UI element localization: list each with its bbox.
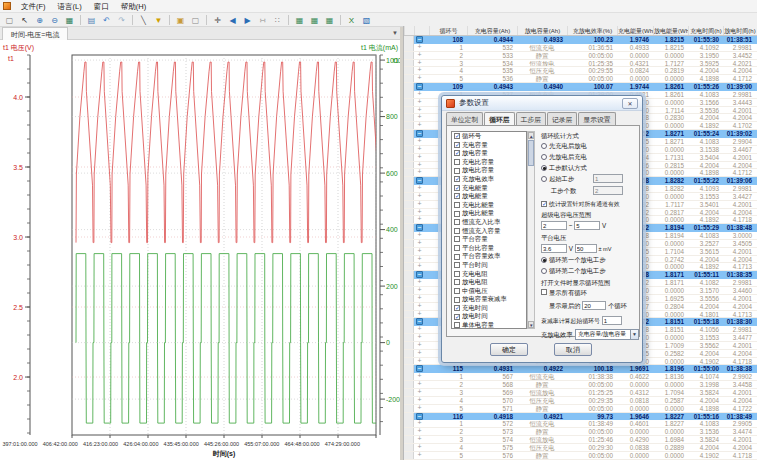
- expand-cell[interactable]: +: [414, 193, 429, 200]
- expand-icon[interactable]: +: [416, 75, 423, 82]
- table-row[interactable]: +1572恒流充电01:38:490.46011.82274.10832.990…: [404, 420, 757, 428]
- expand-cell[interactable]: +: [414, 248, 429, 255]
- expand-icon[interactable]: +: [416, 334, 423, 341]
- expand-cell[interactable]: +: [414, 216, 429, 223]
- table-row[interactable]: +2573静置00:05:000.00000.00003.15363.4474: [404, 428, 757, 436]
- item-checkbox[interactable]: [454, 228, 460, 234]
- expand-icon[interactable]: +: [416, 154, 423, 161]
- expand-icon[interactable]: +: [416, 248, 423, 255]
- expand-icon[interactable]: +: [416, 201, 423, 208]
- expand-icon[interactable]: +: [416, 52, 423, 59]
- expand-icon[interactable]: +: [416, 389, 423, 396]
- expand-cell[interactable]: +: [414, 326, 429, 333]
- expand-icon[interactable]: +: [416, 44, 423, 51]
- expand-icon[interactable]: +: [416, 295, 423, 302]
- collapse-icon[interactable]: ‒: [416, 177, 423, 184]
- compress-x-icon[interactable]: ∺: [256, 14, 269, 26]
- checklist-item[interactable]: ✓放电能量: [452, 192, 526, 201]
- expand-icon[interactable]: +: [416, 232, 423, 239]
- copy-icon[interactable]: ▢: [189, 14, 202, 26]
- item-checkbox[interactable]: ✓: [454, 133, 460, 139]
- expand-icon[interactable]: +: [416, 99, 423, 106]
- start-step-input[interactable]: [593, 174, 623, 183]
- collapse-icon[interactable]: ‒: [416, 130, 423, 137]
- checklist-item[interactable]: 放电比能量: [452, 209, 526, 218]
- filter-icon[interactable]: ▼: [152, 14, 165, 26]
- table-row[interactable]: +4570恒压充电00:29:350.08180.25874.20044.200…: [404, 397, 757, 405]
- expand-cell[interactable]: ‒: [414, 413, 429, 421]
- expand-cell[interactable]: ‒: [414, 83, 429, 91]
- open-folder-icon[interactable]: ▣: [174, 14, 187, 26]
- expand-icon[interactable]: +: [416, 263, 423, 270]
- expand-cell[interactable]: ‒: [414, 177, 429, 185]
- radio-option[interactable]: 循环第二个放电工步: [541, 267, 606, 276]
- platform-voltage-input[interactable]: [541, 244, 567, 253]
- draw-line-icon[interactable]: ╲: [137, 14, 150, 26]
- show-all-checkbox[interactable]: [541, 289, 547, 295]
- radio-icon[interactable]: [541, 143, 547, 149]
- expand-cell[interactable]: +: [414, 428, 429, 435]
- expand-cell[interactable]: +: [414, 67, 429, 74]
- checklist-item[interactable]: 放电电阻: [452, 278, 526, 287]
- table-row[interactable]: +3569恒流放电01:25:250.43121.70943.58244.200…: [404, 389, 757, 397]
- scroll-up-icon[interactable]: ▲: [528, 132, 534, 139]
- expand-icon[interactable]: +: [416, 303, 423, 310]
- expand-cell[interactable]: ‒: [414, 130, 429, 138]
- expand-icon[interactable]: +: [416, 216, 423, 223]
- checklist-item[interactable]: ✓充电能量: [452, 184, 526, 193]
- item-checkbox[interactable]: [454, 245, 460, 251]
- expand-icon[interactable]: +: [416, 452, 423, 459]
- expand-icon[interactable]: +: [416, 350, 423, 357]
- collapse-icon[interactable]: ‒: [416, 224, 423, 231]
- show-last-input[interactable]: [582, 301, 606, 310]
- expand-cell[interactable]: +: [414, 303, 429, 310]
- marker-icon[interactable]: ✛: [211, 14, 224, 26]
- expand-icon[interactable]: +: [416, 397, 423, 404]
- item-checkbox[interactable]: [454, 297, 460, 303]
- table-row[interactable]: +1567恒流充电01:38:380.46221.81364.10742.990…: [404, 373, 757, 381]
- expand-cell[interactable]: +: [414, 279, 429, 286]
- expand-cell[interactable]: +: [414, 350, 429, 357]
- table-row[interactable]: ‒1080.49440.4933100.231.97461.821501:55:…: [404, 36, 757, 44]
- expand-cell[interactable]: +: [414, 201, 429, 208]
- expand-cell[interactable]: +: [414, 263, 429, 270]
- item-checkbox[interactable]: ✓: [454, 314, 460, 320]
- expand-cell[interactable]: +: [414, 342, 429, 349]
- radio-option[interactable]: 起始工步: [541, 175, 574, 184]
- expand-icon[interactable]: +: [416, 114, 423, 121]
- compress-y-icon[interactable]: ∷: [271, 14, 284, 26]
- checklist-item[interactable]: 单体电容量: [452, 321, 526, 329]
- expand-icon[interactable]: +: [416, 428, 423, 435]
- checklist-scrollbar[interactable]: ▲ ▼: [527, 131, 535, 329]
- checklist-item[interactable]: 恒流充入容量: [452, 227, 526, 236]
- item-checkbox[interactable]: [454, 288, 460, 294]
- step-count-input[interactable]: [593, 186, 623, 195]
- expand-icon[interactable]: +: [416, 240, 423, 247]
- redo-icon[interactable]: ↷: [115, 14, 128, 26]
- expand-icon[interactable]: +: [416, 444, 423, 451]
- table-row[interactable]: +4575恒压充电00:29:300.08380.28894.20044.200…: [404, 444, 757, 452]
- item-checkbox[interactable]: [454, 159, 460, 165]
- expand-cell[interactable]: +: [414, 452, 429, 459]
- table-row[interactable]: ‒1150.49310.4922100.181.96911.819601:55:…: [404, 365, 757, 373]
- table-row[interactable]: +5536静置00:05:000.00000.00004.18984.1712: [404, 75, 757, 83]
- collapse-icon[interactable]: ‒: [416, 83, 423, 90]
- expand-icon[interactable]: +: [416, 91, 423, 98]
- expand-icon[interactable]: +: [416, 287, 423, 294]
- item-checkbox[interactable]: [454, 168, 460, 174]
- checklist-item[interactable]: ✓放电时间: [452, 312, 526, 321]
- checklist-item[interactable]: 放电容量衰减率: [452, 295, 526, 304]
- scroll-down-icon[interactable]: ▼: [528, 321, 534, 328]
- expand-cell[interactable]: +: [414, 60, 429, 67]
- table-row[interactable]: ‒1160.49180.492199.731.96461.822701:55:1…: [404, 413, 757, 421]
- item-checkbox[interactable]: ✓: [454, 305, 460, 311]
- expand-cell[interactable]: +: [414, 122, 429, 129]
- supercap-to-input[interactable]: [574, 221, 600, 230]
- chevron-down-icon[interactable]: ▼: [630, 330, 638, 339]
- item-checkbox[interactable]: [454, 254, 460, 260]
- expand-icon[interactable]: +: [416, 67, 423, 74]
- table-row[interactable]: +5571静置00:05:000.00000.00004.18984.1722: [404, 405, 757, 413]
- scrollbar-thumb[interactable]: [528, 140, 534, 166]
- radio-icon[interactable]: [541, 154, 547, 160]
- supercap-from-input[interactable]: [541, 221, 567, 230]
